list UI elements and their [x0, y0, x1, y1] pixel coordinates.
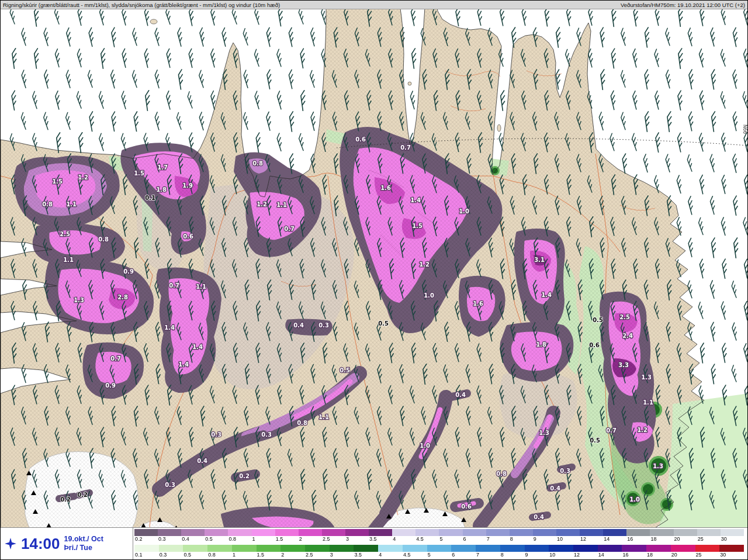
- precip-value-label: 1.0: [629, 496, 640, 503]
- legend-segment: [305, 545, 330, 552]
- legend-segment: [158, 529, 181, 536]
- legend-value: 4.5: [415, 536, 439, 542]
- precip-value-label: 0.8: [297, 420, 307, 426]
- precip-value-label: 1.0: [459, 208, 469, 215]
- precip-value-label: 0.3: [211, 431, 221, 438]
- legend-segment: [252, 529, 275, 536]
- legend-value: 16: [626, 536, 650, 542]
- legend-value: 0.3: [159, 552, 183, 558]
- legend-value: 16: [622, 552, 646, 558]
- precip-value-label: 1.3: [641, 374, 652, 381]
- precip-value-label: 1.4: [192, 344, 203, 350]
- legend-segment: [500, 545, 525, 552]
- legend-segment: [159, 545, 183, 552]
- precip-value-label: 0.7: [400, 144, 411, 151]
- legend-segment: [275, 529, 299, 536]
- legend-segment: [556, 529, 580, 536]
- legend-segment: [257, 545, 281, 552]
- precip-value-label: 1.4: [178, 361, 189, 368]
- legend-segment: [427, 545, 452, 552]
- precip-value-label: 0.5: [593, 317, 603, 323]
- legend-segment: [378, 545, 403, 552]
- precip-value-label: 0.3: [165, 482, 175, 488]
- legend-segment: [354, 545, 378, 552]
- legend-value: 12: [573, 552, 598, 558]
- precip-value-label: 0.2: [60, 496, 71, 503]
- legend-segment: [280, 545, 305, 552]
- titlebar: Rigning/skúrir (grænt/blátt/rautt - mm/1…: [1, 1, 747, 9]
- legend-segment: [415, 529, 439, 536]
- precip-value-label: 0.4: [197, 458, 207, 464]
- precip-value-label: 0.6: [355, 136, 366, 143]
- precip-value-label: 0.3: [318, 322, 329, 329]
- legend-segment: [626, 529, 650, 536]
- precip-value-label: 1.8: [536, 341, 546, 348]
- precip-value-label: 1.1: [66, 201, 77, 208]
- legend-segment: [392, 529, 415, 536]
- legend-segment: [330, 545, 354, 552]
- legend-segment: [181, 529, 205, 536]
- legend-value: 18: [646, 552, 671, 558]
- legend-segment: [622, 545, 646, 552]
- legend-segment: [451, 545, 476, 552]
- precip-value-label: 0.8: [496, 471, 507, 477]
- precip-value-label: 1.5: [134, 170, 144, 177]
- legend-value: 1: [252, 536, 275, 542]
- precip-value-label: 0.8: [98, 236, 109, 243]
- legend-segment: [719, 545, 744, 552]
- legend-segment: [134, 529, 158, 536]
- legend-value: 0.5: [183, 552, 207, 558]
- precip-value-label: 1.3: [539, 430, 549, 436]
- legend-segment: [674, 529, 697, 536]
- precip-value-label: 1.2: [637, 427, 647, 433]
- legend-value: 4.5: [403, 552, 427, 558]
- legend-value: 6: [463, 536, 486, 542]
- legend-value: 0.1: [134, 552, 159, 558]
- precip-value-label: 1.1: [196, 284, 206, 290]
- legend-bar: 14:00 19.okt./ Oct Þri./ Tue 0.20.30.40.…: [1, 527, 747, 559]
- precip-value-label: 0.6: [589, 342, 600, 348]
- precip-value-label: 1.4: [410, 197, 421, 203]
- legend-segment: [205, 529, 228, 536]
- precip-value-label: 1.4: [541, 292, 552, 298]
- legend-segment: [533, 529, 556, 536]
- legend-segment: [134, 545, 159, 552]
- snow-scale-legend: 0.20.30.40.50.811.522.533.544.5567891012…: [134, 529, 744, 542]
- legend-value: 12: [580, 536, 603, 542]
- legend-value: 30: [719, 552, 744, 558]
- legend-value: 4: [392, 536, 415, 542]
- legend-value: 4: [378, 552, 403, 558]
- legend-segment: [299, 529, 322, 536]
- legend-segment: [697, 529, 721, 536]
- precip-value-label: 0.3: [261, 431, 272, 438]
- legend-segment: [549, 545, 573, 552]
- legend-segment: [580, 529, 603, 536]
- precip-value-label: 0.3: [560, 468, 570, 474]
- color-scales: 0.20.30.40.50.811.522.533.544.5567891012…: [133, 527, 747, 559]
- legend-segment: [721, 529, 744, 536]
- legend-segment: [345, 529, 369, 536]
- map-title: Rigning/skúrir (grænt/blátt/rautt - mm/1…: [3, 2, 280, 8]
- legend-value: 30: [721, 536, 744, 542]
- legend-value: 14: [598, 552, 622, 558]
- precip-value-label: 1.5: [52, 178, 63, 185]
- legend-segment: [646, 545, 671, 552]
- legend-value: 0.2: [134, 536, 158, 542]
- legend-value: 20: [674, 536, 697, 542]
- legend-value: 1.5: [275, 536, 299, 542]
- precip-value-label: 0.4: [455, 392, 466, 398]
- legend-value: 2.5: [305, 552, 330, 558]
- precip-value-label: 2.8: [117, 294, 128, 300]
- legend-value: 0.8: [207, 552, 232, 558]
- legend-value: 7: [486, 536, 510, 542]
- precip-value-label: 1.7: [157, 164, 168, 171]
- precip-value-label: 0.1: [145, 195, 155, 201]
- legend-segment: [403, 545, 427, 552]
- legend-value: 2: [299, 536, 322, 542]
- precip-value-label: 0.5: [378, 320, 389, 327]
- legend-value: 1: [232, 552, 257, 558]
- legend-segment: [510, 529, 533, 536]
- precip-value-label: 0.7: [110, 355, 121, 362]
- legend-value: 9: [525, 552, 549, 558]
- legend-segment: [598, 545, 622, 552]
